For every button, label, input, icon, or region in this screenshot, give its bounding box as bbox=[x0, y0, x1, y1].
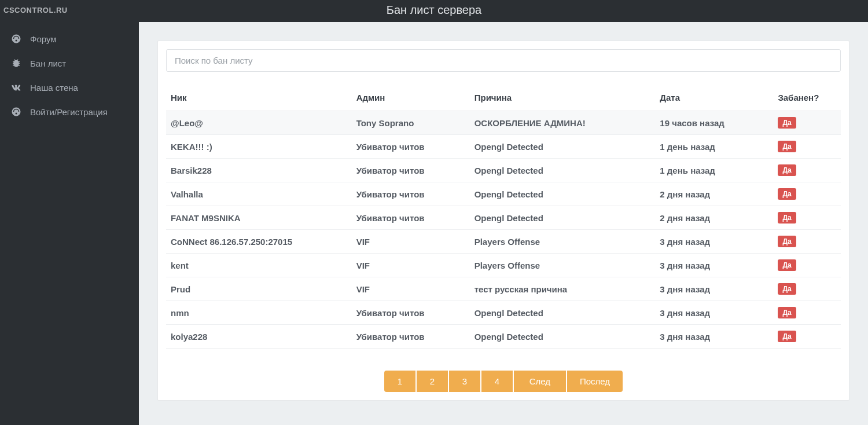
cell-banned: Да bbox=[773, 301, 841, 325]
cell-admin: Убиватор читов bbox=[352, 206, 470, 230]
cell-date: 2 дня назад bbox=[655, 206, 773, 230]
cell-nick: nmn bbox=[166, 301, 352, 325]
cell-nick: Barsik228 bbox=[166, 159, 352, 182]
site-logo: CSCONTROL.RU bbox=[3, 6, 68, 14]
dashboard-icon bbox=[10, 106, 22, 118]
col-header-banned: Забанен? bbox=[773, 85, 841, 111]
vk-icon bbox=[10, 82, 22, 93]
col-header-nick: Ник bbox=[166, 85, 352, 111]
status-badge: Да bbox=[778, 236, 796, 247]
cell-admin: Убиватор читов bbox=[352, 135, 470, 159]
search-input[interactable] bbox=[166, 49, 841, 72]
bug-icon bbox=[10, 57, 22, 69]
sidebar-item-login[interactable]: Войти/Регистрация bbox=[0, 100, 139, 124]
cell-admin: VIF bbox=[352, 277, 470, 301]
cell-banned: Да bbox=[773, 111, 841, 135]
col-header-reason: Причина bbox=[470, 85, 656, 111]
page-title: Бан лист сервера bbox=[387, 3, 481, 17]
sidebar-item-label: Войти/Регистрация bbox=[30, 107, 108, 117]
page-1-button[interactable]: 1 bbox=[384, 371, 415, 392]
page-3-button[interactable]: 3 bbox=[449, 371, 480, 392]
banlist-table: Ник Админ Причина Дата Забанен? @Leo@Ton… bbox=[166, 85, 841, 349]
cell-reason: ОСКОРБЛЕНИЕ АДМИНА! bbox=[470, 111, 656, 135]
cell-nick: Prud bbox=[166, 277, 352, 301]
cell-reason: Opengl Detected bbox=[470, 301, 656, 325]
page-2-button[interactable]: 2 bbox=[417, 371, 448, 392]
cell-date: 1 день назад bbox=[655, 159, 773, 182]
cell-date: 19 часов назад bbox=[655, 111, 773, 135]
status-badge: Да bbox=[778, 164, 796, 176]
cell-banned: Да bbox=[773, 206, 841, 230]
status-badge: Да bbox=[778, 283, 796, 295]
sidebar-item-label: Бан лист bbox=[30, 58, 66, 68]
status-badge: Да bbox=[778, 141, 796, 152]
cell-banned: Да bbox=[773, 182, 841, 206]
table-row[interactable]: ValhallaУбиватор читовOpengl Detected2 д… bbox=[166, 182, 841, 206]
table-row[interactable]: CoNNect 86.126.57.250:27015VIFPlayers Of… bbox=[166, 230, 841, 254]
cell-nick: kent bbox=[166, 254, 352, 277]
main-content: Ник Админ Причина Дата Забанен? @Leo@Ton… bbox=[139, 22, 868, 425]
cell-banned: Да bbox=[773, 159, 841, 182]
cell-admin: VIF bbox=[352, 254, 470, 277]
table-row[interactable]: @Leo@Tony SopranoОСКОРБЛЕНИЕ АДМИНА!19 ч… bbox=[166, 111, 841, 135]
cell-date: 3 дня назад bbox=[655, 277, 773, 301]
status-badge: Да bbox=[778, 331, 796, 342]
cell-banned: Да bbox=[773, 254, 841, 277]
cell-admin: Убиватор читов bbox=[352, 159, 470, 182]
page-4-button[interactable]: 4 bbox=[481, 371, 513, 392]
pagination: 1 2 3 4 След Послед bbox=[166, 371, 841, 392]
cell-reason: Opengl Detected bbox=[470, 182, 656, 206]
cell-nick: Valhalla bbox=[166, 182, 352, 206]
status-badge: Да bbox=[778, 117, 796, 129]
cell-reason: тест русская причина bbox=[470, 277, 656, 301]
cell-nick: KEKA!!! :) bbox=[166, 135, 352, 159]
cell-admin: Убиватор читов bbox=[352, 182, 470, 206]
cell-date: 3 дня назад bbox=[655, 325, 773, 349]
cell-nick: @Leo@ bbox=[166, 111, 352, 135]
topbar: CSCONTROL.RU Бан лист сервера bbox=[0, 0, 868, 22]
sidebar-item-label: Форум bbox=[30, 34, 57, 44]
status-badge: Да bbox=[778, 212, 796, 224]
table-row[interactable]: Barsik228Убиватор читовOpengl Detected1 … bbox=[166, 159, 841, 182]
cell-admin: Убиватор читов bbox=[352, 325, 470, 349]
cell-date: 1 день назад bbox=[655, 135, 773, 159]
cell-admin: VIF bbox=[352, 230, 470, 254]
cell-date: 3 дня назад bbox=[655, 230, 773, 254]
cell-date: 3 дня назад bbox=[655, 301, 773, 325]
sidebar-item-forum[interactable]: Форум bbox=[0, 27, 139, 51]
cell-reason: Opengl Detected bbox=[470, 159, 656, 182]
col-header-date: Дата bbox=[655, 85, 773, 111]
cell-reason: Opengl Detected bbox=[470, 325, 656, 349]
cell-banned: Да bbox=[773, 325, 841, 349]
sidebar: Форум Бан лист Наша стена Войти/Регистра… bbox=[0, 22, 139, 425]
sidebar-item-wall[interactable]: Наша стена bbox=[0, 75, 139, 100]
table-row[interactable]: KEKA!!! :)Убиватор читовOpengl Detected1… bbox=[166, 135, 841, 159]
table-row[interactable]: FANAT M9SNIKAУбиватор читовOpengl Detect… bbox=[166, 206, 841, 230]
cell-date: 3 дня назад bbox=[655, 254, 773, 277]
cell-date: 2 дня назад bbox=[655, 182, 773, 206]
cell-banned: Да bbox=[773, 135, 841, 159]
status-badge: Да bbox=[778, 259, 796, 271]
content-card: Ник Админ Причина Дата Забанен? @Leo@Ton… bbox=[157, 41, 849, 401]
cell-admin: Tony Soprano bbox=[352, 111, 470, 135]
sidebar-item-banlist[interactable]: Бан лист bbox=[0, 51, 139, 75]
table-row[interactable]: PrudVIFтест русская причина3 дня назадДа bbox=[166, 277, 841, 301]
table-row[interactable]: kentVIFPlayers Offense3 дня назадДа bbox=[166, 254, 841, 277]
cell-reason: Players Offense bbox=[470, 230, 656, 254]
dashboard-icon bbox=[10, 33, 22, 45]
col-header-admin: Админ bbox=[352, 85, 470, 111]
cell-reason: Opengl Detected bbox=[470, 206, 656, 230]
sidebar-item-label: Наша стена bbox=[30, 83, 78, 93]
cell-nick: CoNNect 86.126.57.250:27015 bbox=[166, 230, 352, 254]
status-badge: Да bbox=[778, 188, 796, 200]
cell-banned: Да bbox=[773, 277, 841, 301]
page-next-button[interactable]: След bbox=[514, 371, 566, 392]
cell-nick: kolya228 bbox=[166, 325, 352, 349]
table-row[interactable]: kolya228Убиватор читовOpengl Detected3 д… bbox=[166, 325, 841, 349]
cell-reason: Opengl Detected bbox=[470, 135, 656, 159]
cell-nick: FANAT M9SNIKA bbox=[166, 206, 352, 230]
page-last-button[interactable]: Послед bbox=[567, 371, 623, 392]
table-row[interactable]: nmnУбиватор читовOpengl Detected3 дня на… bbox=[166, 301, 841, 325]
cell-reason: Players Offense bbox=[470, 254, 656, 277]
cell-banned: Да bbox=[773, 230, 841, 254]
